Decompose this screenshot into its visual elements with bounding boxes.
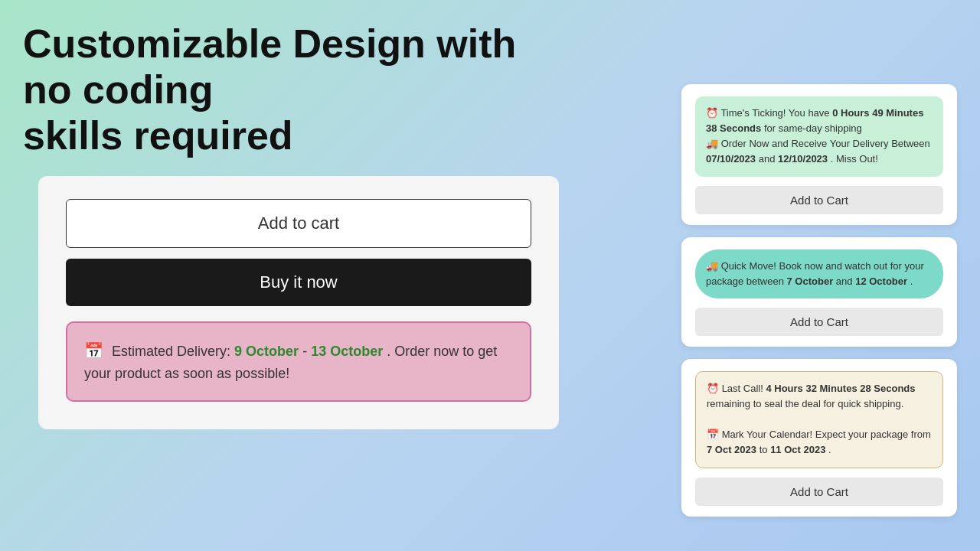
card1-and: and — [759, 153, 778, 165]
card2-date1: 7 October — [787, 276, 834, 287]
card3-date2: 11 Oct 2023 — [770, 444, 825, 455]
card3-msg-mid: remaining to seal the deal for quick shi… — [707, 398, 903, 409]
right-card-2: 🚚 Quick Move! Book now and watch out for… — [681, 237, 957, 347]
delivery-end-date: 13 October — [311, 344, 383, 359]
card1-add-to-cart-button[interactable]: Add to Cart — [695, 186, 943, 214]
card1-truck-emoji: 🚚 — [706, 138, 718, 149]
delivery-info-box: 📅 Estimated Delivery: 9 October - 13 Oct… — [66, 321, 531, 402]
card3-time-bold: 4 Hours 32 Minutes 28 Seconds — [766, 383, 915, 394]
hero-title: Customizable Design with no coding skill… — [23, 21, 574, 158]
card1-msg-mid: for same-day shipping — [764, 122, 862, 134]
card1-msg-intro: Time's Ticking! You have — [720, 107, 832, 119]
calendar-emoji: 📅 — [84, 342, 103, 359]
left-product-card: Add to cart Buy it now 📅 Estimated Deliv… — [38, 176, 559, 429]
card3-msg2-intro: Mark Your Calendar! Expect your package … — [722, 429, 931, 440]
card1-date2: 12/10/2023 — [778, 153, 828, 165]
card1-message-box: ⏰ Time's Ticking! You have 0 Hours 49 Mi… — [695, 96, 943, 177]
card1-alarm-emoji: ⏰ — [706, 107, 718, 119]
card3-alarm-emoji: ⏰ — [707, 383, 719, 394]
card2-and: and — [836, 276, 855, 287]
buy-now-button[interactable]: Buy it now — [66, 259, 531, 306]
card1-date1: 07/10/2023 — [706, 153, 756, 165]
card3-msg-intro: Last Call! — [722, 383, 766, 394]
card2-truck-emoji: 🚚 — [706, 260, 718, 272]
delivery-start-date: 9 October — [234, 344, 299, 359]
card1-msg2-intro: Order Now and Receive Your Delivery Betw… — [721, 138, 930, 149]
card2-suffix: . — [910, 276, 913, 287]
delivery-dash: - — [302, 344, 311, 359]
card2-add-to-cart-button[interactable]: Add to Cart — [695, 308, 943, 336]
card3-suffix: . — [828, 444, 831, 455]
card1-suffix: . Miss Out! — [831, 153, 878, 165]
card2-date2: 12 October — [855, 276, 907, 287]
delivery-prefix: Estimated Delivery: — [112, 344, 230, 359]
card3-calendar-emoji: 📅 — [707, 429, 719, 440]
right-card-1: ⏰ Time's Ticking! You have 0 Hours 49 Mi… — [681, 84, 957, 225]
card3-to: to — [760, 444, 770, 455]
card3-add-to-cart-button[interactable]: Add to Cart — [695, 478, 943, 506]
card3-message-box: ⏰ Last Call! 4 Hours 32 Minutes 28 Secon… — [695, 371, 943, 468]
card2-message-box: 🚚 Quick Move! Book now and watch out for… — [695, 249, 943, 298]
right-cards-column: ⏰ Time's Ticking! You have 0 Hours 49 Mi… — [681, 84, 957, 517]
card3-date1: 7 Oct 2023 — [707, 444, 756, 455]
add-to-cart-button[interactable]: Add to cart — [66, 199, 531, 248]
right-card-3: ⏰ Last Call! 4 Hours 32 Minutes 28 Secon… — [681, 359, 957, 517]
